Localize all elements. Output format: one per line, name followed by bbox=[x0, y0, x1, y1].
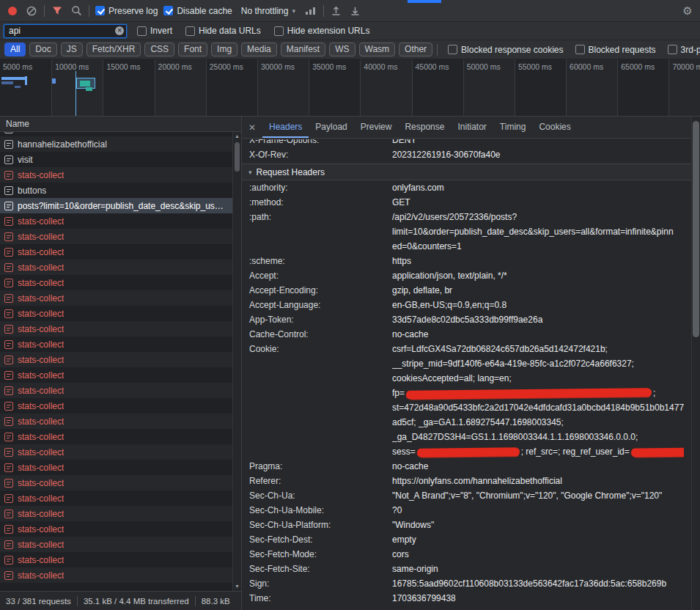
type-filter-all[interactable]: All bbox=[4, 43, 26, 56]
header-value-line: fp=; bbox=[392, 386, 684, 400]
request-row[interactable]: stats-collect bbox=[0, 460, 232, 475]
type-filter-js[interactable]: JS bbox=[61, 43, 83, 56]
waterfall-bar bbox=[1, 81, 13, 84]
filter-input[interactable] bbox=[4, 26, 126, 36]
request-name: posts?limit=10&order=publish_date_desc&s… bbox=[18, 201, 228, 211]
filter-checkbox-3rd-party-requests[interactable]: 3rd-party requests bbox=[668, 45, 700, 55]
type-filter-fetch-xhr[interactable]: Fetch/XHR bbox=[86, 43, 141, 56]
scroll-down-icon[interactable]: ▼ bbox=[233, 582, 241, 591]
request-row[interactable]: stats-collect bbox=[0, 213, 232, 229]
request-row[interactable]: stats-collect bbox=[0, 444, 232, 460]
type-filter-doc[interactable]: Doc bbox=[29, 43, 56, 56]
request-row[interactable]: stats-collect bbox=[0, 521, 232, 537]
blocked-request-icon bbox=[4, 479, 13, 488]
export-har-button[interactable] bbox=[349, 4, 362, 18]
request-row[interactable]: stats-collect bbox=[0, 352, 232, 367]
request-row[interactable]: stats-collect bbox=[0, 167, 232, 183]
request-name: stats-collect bbox=[18, 262, 64, 273]
scroll-up-icon[interactable]: ▲ bbox=[233, 132, 241, 141]
tab-preview[interactable]: Preview bbox=[354, 117, 399, 138]
request-row[interactable]: stats-collect bbox=[0, 429, 232, 444]
type-filter-css[interactable]: CSS bbox=[144, 43, 174, 56]
filter-checkbox-blocked-response-cookies[interactable]: Blocked response cookies bbox=[448, 45, 563, 55]
close-details-icon[interactable]: ✕ bbox=[242, 122, 262, 133]
request-row[interactable]: hannahelizabethofficial bbox=[0, 136, 232, 152]
filter-checkbox-hide-data-urls[interactable]: Hide data URLs bbox=[185, 26, 261, 36]
disable-cache-checkbox[interactable]: Disable cache bbox=[163, 6, 232, 16]
request-row[interactable]: stats-collect bbox=[0, 414, 232, 429]
type-filter-media[interactable]: Media bbox=[241, 43, 277, 56]
tab-timing[interactable]: Timing bbox=[493, 117, 533, 138]
request-row[interactable]: stats-collect bbox=[0, 567, 232, 583]
tab-cookies[interactable]: Cookies bbox=[532, 117, 577, 138]
type-filter-other[interactable]: Other bbox=[399, 43, 432, 56]
request-row[interactable]: stats-collect bbox=[0, 490, 232, 506]
tab-headers[interactable]: Headers bbox=[262, 117, 309, 138]
checkbox-label: Hide extension URLs bbox=[287, 26, 370, 36]
request-row[interactable]: stats-collect bbox=[0, 290, 232, 306]
settings-gear-icon[interactable]: ⚙ bbox=[681, 4, 694, 18]
filter-input-wrap: ✕ bbox=[4, 24, 127, 38]
header-row: Accept-Language:en-GB,en-US;q=0.9,en;q=0… bbox=[242, 298, 691, 312]
tab-payload[interactable]: Payload bbox=[309, 117, 353, 138]
blocked-request-icon bbox=[4, 232, 13, 241]
request-row[interactable]: stats-collect bbox=[0, 475, 232, 490]
type-filter-manifest[interactable]: Manifest bbox=[281, 43, 325, 56]
filter-checkbox-invert[interactable]: Invert bbox=[137, 26, 172, 36]
request-row[interactable]: stats-collect bbox=[0, 367, 232, 383]
type-filter-font[interactable]: Font bbox=[178, 43, 207, 56]
details-scrollbar[interactable] bbox=[691, 117, 700, 610]
request-row[interactable]: buttons bbox=[0, 183, 232, 198]
network-conditions-button[interactable] bbox=[304, 4, 317, 18]
type-filter-ws[interactable]: WS bbox=[329, 43, 355, 56]
tab-initiator[interactable]: Initiator bbox=[451, 117, 493, 138]
filter-toggle-button[interactable] bbox=[51, 4, 64, 18]
tab-response[interactable]: Response bbox=[398, 117, 451, 138]
filter-checkbox-blocked-requests[interactable]: Blocked requests bbox=[575, 45, 656, 55]
clear-network-log-button[interactable] bbox=[25, 4, 38, 18]
header-row: Referer:https://onlyfans.com/hannaheliza… bbox=[242, 474, 691, 488]
type-filter-img[interactable]: Img bbox=[211, 43, 237, 56]
scrollbar-thumb[interactable] bbox=[235, 142, 240, 172]
clear-filter-icon[interactable]: ✕ bbox=[115, 26, 124, 35]
request-name: stats-collect bbox=[18, 170, 64, 180]
request-row[interactable]: stats-collect bbox=[0, 306, 232, 321]
request-row[interactable]: stats-collect bbox=[0, 337, 232, 352]
header-row: Cookie:csrf=LdfcGX4Sa72db06824c657db26a5… bbox=[242, 342, 691, 459]
header-value: empty bbox=[392, 532, 691, 547]
preserve-log-checkbox[interactable]: Preserve log bbox=[95, 6, 158, 16]
request-row[interactable]: posts?limit=10&order=publish_date_desc&s… bbox=[0, 198, 232, 213]
column-header-name[interactable]: Name bbox=[0, 117, 241, 132]
search-button[interactable] bbox=[70, 4, 83, 18]
request-row[interactable]: stats-collect bbox=[0, 229, 232, 244]
throttling-select[interactable]: No throttling ▾ bbox=[238, 4, 298, 18]
request-row[interactable]: stats-collect bbox=[0, 244, 232, 260]
request-row[interactable]: stats-collect bbox=[0, 552, 232, 567]
type-filter-wasm[interactable]: Wasm bbox=[359, 43, 396, 56]
request-row[interactable]: stats-collect bbox=[0, 321, 232, 337]
blocked-request-icon bbox=[4, 402, 13, 411]
header-value: 202312261916-30670fa40e bbox=[392, 147, 691, 162]
request-name: stats-collect bbox=[18, 278, 64, 288]
request-headers-section[interactable]: ▾ Request Headers bbox=[242, 163, 691, 180]
request-row[interactable]: stats-collect bbox=[0, 383, 232, 398]
request-row[interactable]: stats-collect bbox=[0, 260, 232, 275]
header-value: ?0 bbox=[392, 503, 691, 518]
header-name: :path: bbox=[249, 210, 392, 254]
request-row[interactable]: stats-collect bbox=[0, 398, 232, 414]
timeline-overview[interactable]: 5000 ms10000 ms15000 ms20000 ms25000 ms3… bbox=[0, 59, 700, 117]
header-row: Pragma:no-cache bbox=[242, 459, 691, 474]
header-name: Time: bbox=[249, 591, 392, 606]
request-file-icon bbox=[4, 202, 13, 210]
scrollbar-thumb[interactable] bbox=[693, 121, 699, 337]
record-button[interactable] bbox=[6, 4, 19, 18]
import-har-button[interactable] bbox=[330, 4, 343, 18]
request-row[interactable]: visit bbox=[0, 152, 232, 167]
filter-checkbox-hide-extension-urls[interactable]: Hide extension URLs bbox=[274, 26, 370, 36]
request-row[interactable]: stats-collect bbox=[0, 506, 232, 521]
search-icon bbox=[71, 5, 82, 16]
request-row[interactable]: stats-collect bbox=[0, 537, 232, 552]
waterfall-bar bbox=[25, 76, 27, 85]
request-row[interactable]: stats-collect bbox=[0, 275, 232, 290]
request-list-scrollbar[interactable]: ▲ ▼ bbox=[232, 132, 241, 591]
